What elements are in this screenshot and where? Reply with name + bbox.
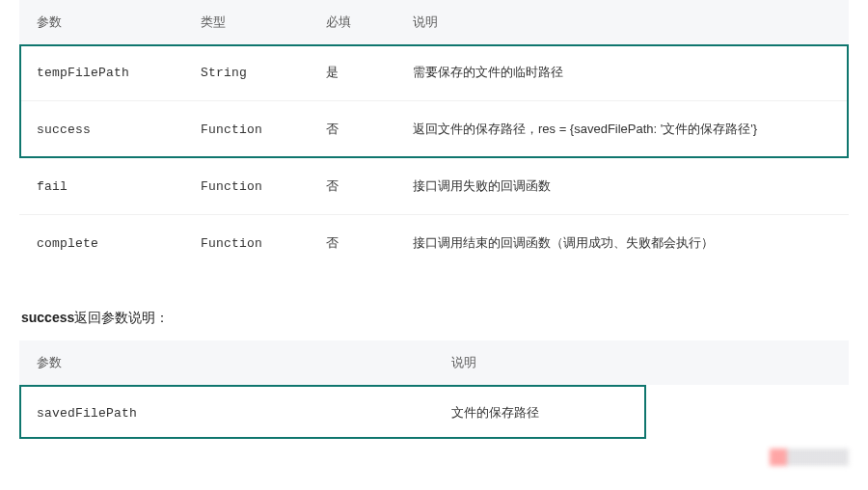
- table-row: savedFilePath 文件的保存路径: [19, 385, 849, 441]
- table-row: complete Function 否 接口调用结束的回调函数（调用成功、失败都…: [19, 215, 849, 272]
- cell-param: fail: [19, 158, 183, 215]
- header-param: 参数: [19, 340, 434, 385]
- success-return-params-heading: success返回参数说明：: [21, 310, 849, 327]
- decorative-smudge: [19, 441, 849, 460]
- cell-desc: 接口调用失败的回调函数: [395, 158, 849, 215]
- cell-param: savedFilePath: [19, 385, 434, 441]
- cell-desc: 返回文件的保存路径，res = {savedFilePath: '文件的保存路径…: [395, 101, 849, 158]
- header-type: 类型: [183, 0, 309, 44]
- success-params-table-header-row: 参数 说明: [19, 340, 849, 385]
- header-desc: 说明: [395, 0, 849, 44]
- cell-required: 否: [309, 101, 395, 158]
- parameters-table: 参数 类型 必填 说明 tempFilePath String 是 需要保存的文…: [19, 0, 849, 271]
- cell-param: tempFilePath: [19, 44, 183, 101]
- parameters-table-wrap: 参数 类型 必填 说明 tempFilePath String 是 需要保存的文…: [19, 0, 849, 271]
- cell-desc: 接口调用结束的回调函数（调用成功、失败都会执行）: [395, 215, 849, 272]
- success-params-table-wrap: 参数 说明 savedFilePath 文件的保存路径: [19, 340, 849, 441]
- heading-rest-part: 返回参数说明：: [74, 310, 169, 325]
- header-required: 必填: [309, 0, 395, 44]
- cell-param: complete: [19, 215, 183, 272]
- table-row: tempFilePath String 是 需要保存的文件的临时路径: [19, 44, 849, 101]
- cell-required: 否: [309, 158, 395, 215]
- parameters-table-header-row: 参数 类型 必填 说明: [19, 0, 849, 44]
- cell-desc: 需要保存的文件的临时路径: [395, 44, 849, 101]
- table-row: success Function 否 返回文件的保存路径，res = {save…: [19, 101, 849, 158]
- table-row: fail Function 否 接口调用失败的回调函数: [19, 158, 849, 215]
- success-params-table: 参数 说明 savedFilePath 文件的保存路径: [19, 340, 849, 441]
- cell-required: 否: [309, 215, 395, 272]
- cell-type: String: [183, 44, 309, 101]
- cell-param: success: [19, 101, 183, 158]
- cell-type: Function: [183, 158, 309, 215]
- header-desc: 说明: [434, 340, 849, 385]
- cell-desc: 文件的保存路径: [434, 385, 849, 441]
- header-param: 参数: [19, 0, 183, 44]
- cell-type: Function: [183, 215, 309, 272]
- heading-bold-part: success: [21, 310, 74, 325]
- cell-required: 是: [309, 44, 395, 101]
- cell-type: Function: [183, 101, 309, 158]
